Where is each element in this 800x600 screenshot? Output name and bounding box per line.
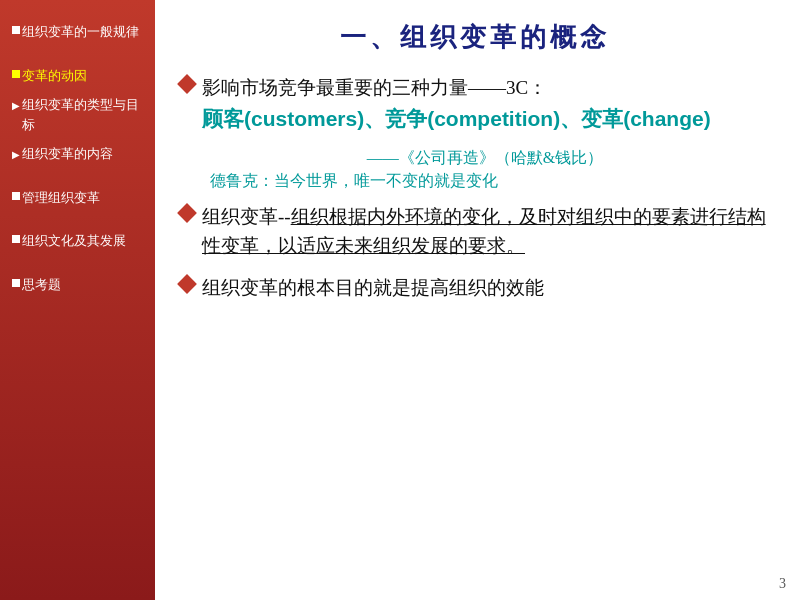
sidebar-item-label: 组织变革的一般规律 bbox=[22, 22, 139, 42]
sidebar-item-content[interactable]: ▶ 组织变革的内容 bbox=[8, 142, 147, 166]
red-diamond-icon bbox=[177, 74, 197, 94]
sidebar-item-motivation[interactable]: 变革的动因 bbox=[8, 64, 147, 88]
sidebar-bullet: ▶ bbox=[12, 147, 20, 162]
sub-quote: 德鲁克：当今世界，唯一不变的就是变化 bbox=[180, 171, 770, 192]
sidebar-item-label: 变革的动因 bbox=[22, 66, 87, 86]
sidebar-item-types[interactable]: ▶ 组织变革的类型与目标 bbox=[8, 93, 147, 136]
red-diamond-icon-2 bbox=[177, 203, 197, 223]
sidebar-item-manage[interactable]: 管理组织变革 bbox=[8, 186, 147, 210]
sidebar: 组织变革的一般规律 变革的动因 ▶ 组织变革的类型与目标 ▶ 组织变革的内容 管… bbox=[0, 0, 155, 600]
bullet2-prefix: 组织变革-- bbox=[202, 206, 291, 227]
sidebar-bullet bbox=[12, 235, 20, 243]
sidebar-item-label: 管理组织变革 bbox=[22, 188, 100, 208]
sidebar-item-label: 思考题 bbox=[22, 275, 61, 295]
quote-text: ——《公司再造》（哈默&钱比） bbox=[180, 148, 770, 169]
sidebar-bullet bbox=[12, 192, 20, 200]
sidebar-item-general-rules[interactable]: 组织变革的一般规律 bbox=[8, 20, 147, 44]
sidebar-bullet bbox=[12, 279, 20, 287]
sidebar-bullet bbox=[12, 26, 20, 34]
sidebar-bullet: ▶ bbox=[12, 98, 20, 113]
main-content: 一、组织变革的概念 影响市场竞争最重要的三种力量——3C： 顾客(custome… bbox=[155, 0, 800, 600]
page-number: 3 bbox=[779, 576, 786, 592]
sidebar-item-label: 组织变革的类型与目标 bbox=[22, 95, 143, 134]
bullet1-line1: 影响市场竞争最重要的三种力量——3C： bbox=[202, 73, 711, 102]
bullet-point-2: 组织变革--组织根据内外环境的变化，及时对组织中的要素进行结构性变革，以适应未来… bbox=[180, 202, 770, 261]
bullet-point-1: 影响市场竞争最重要的三种力量——3C： 顾客(customers)、竞争(com… bbox=[180, 73, 770, 136]
red-diamond-icon-3 bbox=[177, 274, 197, 294]
cyan-content: 顾客(customers)、竞争(competition)、变革(change) bbox=[202, 102, 711, 136]
sidebar-item-label: 组织变革的内容 bbox=[22, 144, 113, 164]
sidebar-item-label: 组织文化及其发展 bbox=[22, 231, 126, 251]
bullet2-content: 组织变革--组织根据内外环境的变化，及时对组织中的要素进行结构性变革，以适应未来… bbox=[202, 202, 770, 261]
sidebar-item-questions[interactable]: 思考题 bbox=[8, 273, 147, 297]
sidebar-item-culture[interactable]: 组织文化及其发展 bbox=[8, 229, 147, 253]
bullet1-text: 影响市场竞争最重要的三种力量——3C： 顾客(customers)、竞争(com… bbox=[202, 73, 711, 136]
bullet-point-3: 组织变革的根本目的就是提高组织的效能 bbox=[180, 273, 770, 302]
page-title: 一、组织变革的概念 bbox=[180, 20, 770, 55]
sidebar-bullet bbox=[12, 70, 20, 78]
bullet3-text: 组织变革的根本目的就是提高组织的效能 bbox=[202, 273, 544, 302]
